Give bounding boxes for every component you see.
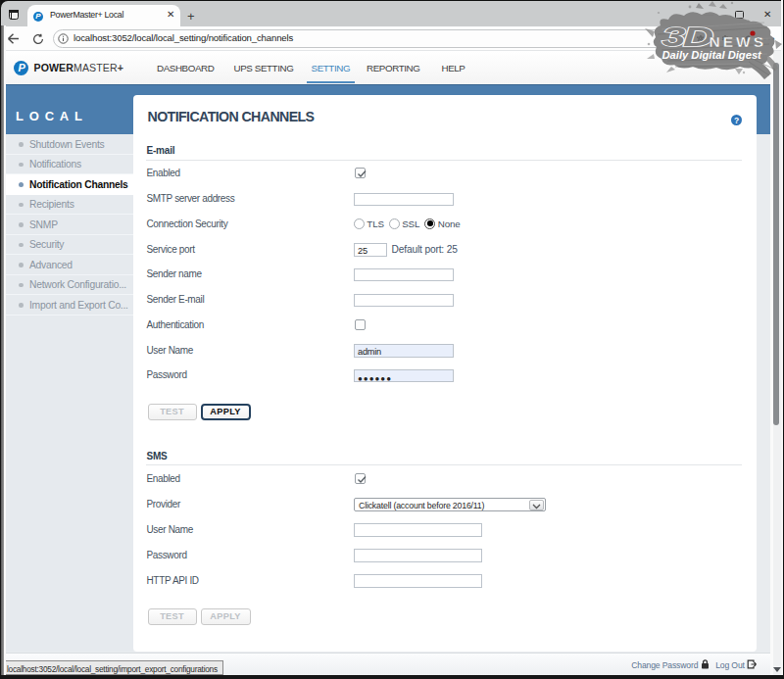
svg-text:3D: 3D [662, 22, 714, 52]
svg-text:Daily Digital Digest: Daily Digital Digest [662, 49, 763, 61]
